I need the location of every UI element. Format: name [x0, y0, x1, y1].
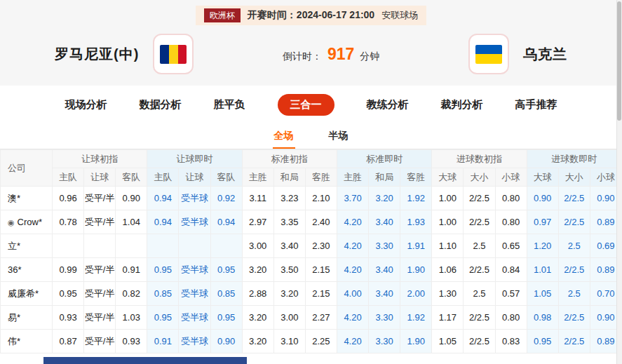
- odds-cell[interactable]: [84, 234, 116, 258]
- odds-cell[interactable]: 0.95: [147, 258, 179, 282]
- odds-cell[interactable]: 3.00: [242, 234, 273, 258]
- odds-cell[interactable]: [179, 234, 210, 258]
- odds-cell[interactable]: 4.20: [337, 234, 368, 258]
- odds-cell[interactable]: 2.88: [242, 282, 273, 306]
- odds-cell[interactable]: 2.5: [464, 282, 495, 306]
- odds-cell[interactable]: 2.15: [305, 282, 337, 306]
- odds-cell[interactable]: 0.94: [210, 210, 242, 234]
- odds-cell[interactable]: 0.98: [527, 306, 558, 330]
- odds-cell[interactable]: 4.20: [337, 258, 368, 282]
- odds-cell[interactable]: 受半球: [179, 282, 210, 306]
- odds-cell[interactable]: 1.90: [400, 258, 432, 282]
- odds-cell[interactable]: 0.85: [210, 282, 242, 306]
- odds-cell[interactable]: 4.20: [337, 330, 368, 353]
- odds-cell[interactable]: 3.40: [369, 210, 400, 234]
- odds-cell[interactable]: 0.90: [210, 330, 242, 353]
- odds-cell[interactable]: 0.91: [147, 330, 179, 353]
- odds-cell[interactable]: 2.5: [558, 282, 590, 306]
- odds-cell[interactable]: 0.82: [116, 282, 147, 306]
- odds-cell[interactable]: 3.20: [242, 306, 273, 330]
- odds-cell[interactable]: 受平/半: [84, 187, 116, 210]
- odds-cell[interactable]: 0.94: [147, 210, 179, 234]
- odds-cell[interactable]: 3.40: [273, 234, 305, 258]
- odds-cell[interactable]: 2/2.5: [558, 306, 590, 330]
- odds-cell[interactable]: 1.00: [432, 187, 464, 210]
- odds-cell[interactable]: 1.93: [400, 210, 432, 234]
- odds-cell[interactable]: 0.92: [210, 187, 242, 210]
- odds-cell[interactable]: 0.95: [210, 306, 242, 330]
- nav-item-expert-picks[interactable]: 高手推荐: [515, 98, 557, 112]
- odds-cell[interactable]: 4.00: [337, 282, 368, 306]
- odds-cell[interactable]: 3.40: [369, 282, 400, 306]
- odds-cell[interactable]: 3.10: [273, 330, 305, 353]
- odds-cell[interactable]: 0.80: [495, 210, 527, 234]
- odds-cell[interactable]: 3.20: [242, 258, 273, 282]
- odds-cell[interactable]: 3.11: [242, 187, 273, 210]
- odds-cell[interactable]: 0.90: [116, 187, 147, 210]
- odds-cell[interactable]: 2.10: [305, 187, 337, 210]
- odds-cell[interactable]: 0.57: [495, 282, 527, 306]
- odds-cell[interactable]: 受平/半: [84, 258, 116, 282]
- odds-cell[interactable]: 3.30: [369, 234, 400, 258]
- odds-cell[interactable]: 3.20: [242, 330, 273, 353]
- odds-cell[interactable]: 0.78: [53, 210, 84, 234]
- scrollbar-thumb[interactable]: [617, 1, 621, 121]
- odds-cell[interactable]: 0.95: [527, 330, 558, 353]
- odds-cell[interactable]: 1.06: [432, 258, 464, 282]
- odds-cell[interactable]: 2.5: [464, 234, 495, 258]
- odds-cell[interactable]: 3.70: [337, 187, 368, 210]
- odds-cell[interactable]: 受平/半: [84, 330, 116, 353]
- odds-cell[interactable]: 受半球: [179, 258, 210, 282]
- odds-cell[interactable]: 3.50: [273, 258, 305, 282]
- nav-item-live-analysis[interactable]: 现场分析: [65, 98, 107, 112]
- odds-cell[interactable]: 0.84: [495, 258, 527, 282]
- odds-cell[interactable]: 3.40: [369, 258, 400, 282]
- odds-cell[interactable]: [116, 234, 147, 258]
- odds-cell[interactable]: 2.40: [305, 210, 337, 234]
- odds-cell[interactable]: 受平/半: [84, 210, 116, 234]
- odds-cell[interactable]: 0.65: [495, 234, 527, 258]
- odds-cell[interactable]: 3.23: [273, 187, 305, 210]
- odds-cell[interactable]: 0.91: [116, 258, 147, 282]
- nav-item-win-draw-lose[interactable]: 胜平负: [214, 98, 245, 112]
- odds-cell[interactable]: 受半球: [179, 210, 210, 234]
- odds-cell[interactable]: 2.30: [305, 234, 337, 258]
- odds-cell[interactable]: 受半球: [179, 330, 210, 353]
- subtab-half-match[interactable]: 半场: [327, 124, 350, 149]
- odds-cell[interactable]: 0.87: [53, 330, 84, 353]
- odds-cell[interactable]: 2.25: [305, 330, 337, 353]
- odds-cell[interactable]: 2/2.5: [558, 187, 590, 210]
- odds-cell[interactable]: 1.00: [432, 210, 464, 234]
- odds-cell[interactable]: 2.97: [242, 210, 273, 234]
- odds-cell[interactable]: 2.00: [400, 282, 432, 306]
- odds-cell[interactable]: 1.92: [400, 187, 432, 210]
- odds-cell[interactable]: 4.20: [337, 306, 368, 330]
- odds-cell[interactable]: 1.04: [116, 210, 147, 234]
- odds-cell[interactable]: 0.96: [53, 187, 84, 210]
- odds-cell[interactable]: 2/2.5: [558, 210, 590, 234]
- odds-cell[interactable]: 0.93: [53, 306, 84, 330]
- odds-cell[interactable]: 2.27: [305, 306, 337, 330]
- odds-cell[interactable]: 1.01: [527, 258, 558, 282]
- odds-cell[interactable]: [53, 234, 84, 258]
- odds-cell[interactable]: 受平/半: [84, 306, 116, 330]
- odds-cell[interactable]: [210, 234, 242, 258]
- odds-cell[interactable]: 1.10: [432, 234, 464, 258]
- odds-cell[interactable]: 0.80: [495, 187, 527, 210]
- odds-cell[interactable]: 1.05: [527, 282, 558, 306]
- odds-cell[interactable]: 2/2.5: [558, 258, 590, 282]
- odds-cell[interactable]: 受半球: [179, 306, 210, 330]
- odds-cell[interactable]: 2/2.5: [464, 258, 495, 282]
- odds-cell[interactable]: 3.30: [369, 330, 400, 353]
- odds-cell[interactable]: 0.90: [527, 187, 558, 210]
- odds-cell[interactable]: [147, 234, 179, 258]
- odds-cell[interactable]: 3.30: [369, 306, 400, 330]
- odds-cell[interactable]: 2.15: [305, 258, 337, 282]
- odds-cell[interactable]: 1.90: [400, 330, 432, 353]
- odds-cell[interactable]: 0.95: [147, 306, 179, 330]
- odds-cell[interactable]: 0.80: [495, 306, 527, 330]
- odds-cell[interactable]: 1.91: [400, 234, 432, 258]
- subtab-full-match[interactable]: 全场: [273, 124, 295, 149]
- odds-cell[interactable]: 2/2.5: [464, 330, 495, 353]
- odds-cell[interactable]: 2/2.5: [464, 210, 495, 234]
